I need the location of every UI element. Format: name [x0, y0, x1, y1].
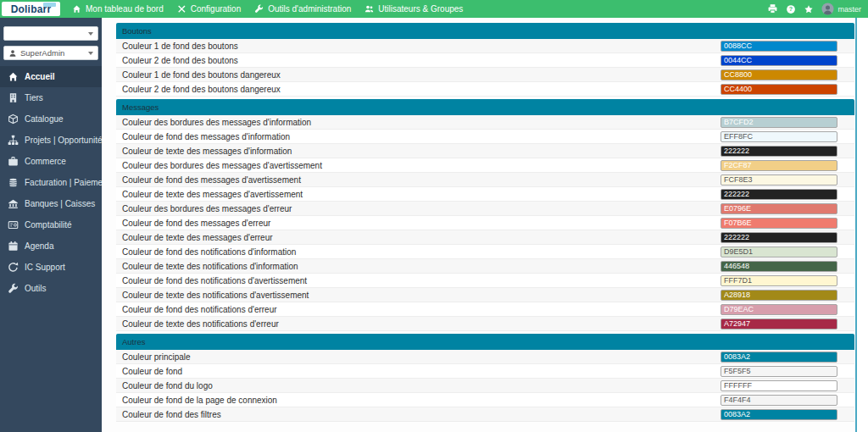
color-value-input[interactable] [721, 261, 837, 272]
calendar-icon [8, 241, 19, 252]
sidebar-item-agenda[interactable]: Agenda [0, 235, 102, 257]
color-value-input[interactable] [721, 189, 837, 200]
color-value-input[interactable] [721, 131, 837, 142]
setting-label: Couleur des bordures des messages d'erre… [116, 204, 721, 213]
user-menu[interactable]: master [821, 3, 861, 15]
wrench-icon [254, 4, 264, 14]
color-value-input[interactable] [721, 366, 837, 377]
sidebar-item-banques[interactable]: Banques | Caisses [0, 193, 102, 214]
color-value-input[interactable] [721, 41, 837, 52]
topmenu-configuration[interactable]: Configuration [177, 4, 241, 14]
setting-row: Couleur de fond des filtres [116, 407, 854, 422]
color-value-input[interactable] [721, 275, 837, 286]
home-icon [8, 71, 19, 82]
color-value-input[interactable] [721, 290, 837, 301]
sidebar-item-tiers[interactable]: Tiers [0, 87, 102, 108]
color-value-input[interactable] [721, 380, 837, 391]
setting-label: Couleur de texte des messages d'erreur [116, 233, 721, 242]
topmenu-dashboard[interactable]: Mon tableau de bord [72, 4, 164, 14]
setting-row: Couleur de fond du logo [116, 379, 854, 393]
sidebar-item-catalogue[interactable]: Catalogue [0, 108, 102, 130]
setting-label: Couleur de texte des notifications d'err… [116, 319, 721, 329]
printer-icon [767, 3, 778, 14]
sidebar-item-label: Projets | Opportunités [25, 136, 102, 145]
left-sidebar: SuperAdmin AccueilTiersCatalogueProjets … [0, 18, 102, 432]
sidebar-menu: AccueilTiersCatalogueProjets | Opportuni… [0, 66, 102, 299]
color-value-input[interactable] [721, 160, 837, 171]
caret-down-icon [88, 32, 93, 36]
setting-row: Couleur des bordures des messages d'erre… [116, 202, 854, 216]
theme-settings-table: BoutonsCouleur 1 de fond des boutonsCoul… [116, 23, 854, 424]
setting-label: Couleur principale [116, 352, 721, 362]
content-right-border [855, 18, 857, 432]
setting-row: Couleur de texte des notifications d'err… [116, 317, 854, 331]
sidebar-icon-wrap [7, 219, 19, 230]
color-value-input[interactable] [721, 203, 837, 214]
sidebar-item-accueil[interactable]: Accueil [0, 66, 102, 87]
sidebar-item-comptabilite[interactable]: Comptabilité [0, 214, 102, 235]
sidebar-item-label: Tiers [25, 93, 43, 102]
topmenu-label: Outils d'administration [268, 4, 351, 14]
color-value-input[interactable] [721, 174, 837, 186]
color-value-input[interactable] [721, 409, 837, 420]
user-select[interactable]: SuperAdmin [3, 46, 98, 60]
avatar-icon [821, 3, 834, 15]
dolibarr-theme-settings-page: Dolibarr Mon tableau de bordConfiguratio… [0, 0, 868, 432]
print-button[interactable] [767, 3, 778, 14]
wrench-icon [8, 283, 19, 294]
quick-search-select[interactable] [3, 26, 98, 41]
setting-row: Couleur de fond des notifications d'erre… [116, 302, 854, 317]
setting-label: Couleur de texte des notifications d'ave… [116, 291, 721, 300]
setting-row: Couleur 1 de fond des boutons [116, 39, 854, 53]
color-value-input[interactable] [721, 84, 837, 95]
color-value-input[interactable] [721, 395, 837, 406]
avatar [821, 3, 834, 15]
support-icon [8, 262, 19, 273]
setting-label: Couleur de fond des notifications d'erre… [116, 305, 721, 314]
setting-label: Couleur de fond des notifications d'aver… [116, 276, 721, 285]
sidebar-item-projets[interactable]: Projets | Opportunités [0, 130, 102, 151]
dolibarr-logo[interactable]: Dolibarr [2, 2, 60, 16]
sidebar-icon-wrap [7, 92, 19, 103]
color-value-input[interactable] [721, 232, 837, 243]
color-value-input[interactable] [721, 146, 837, 157]
scroll-gutter [857, 18, 868, 432]
sidebar-item-outils[interactable]: Outils [0, 278, 102, 299]
color-value-input[interactable] [721, 318, 837, 330]
color-value-input[interactable] [721, 55, 837, 66]
help-button[interactable]: ? [786, 4, 796, 14]
sidebar-item-commerce[interactable]: Commerce [0, 151, 102, 172]
setting-label: Couleur de texte des notifications d'inf… [116, 262, 721, 271]
color-value-input[interactable] [721, 304, 837, 315]
sidebar-item-facturation[interactable]: Facturation | Paiement [0, 172, 102, 193]
top-menu: Mon tableau de bordConfigurationOutils d… [72, 0, 463, 18]
setting-row: Couleur principale [116, 350, 854, 364]
color-value-input[interactable] [721, 246, 837, 258]
setting-row: Couleur de fond des notifications d'info… [116, 245, 854, 259]
username-label: master [837, 5, 861, 14]
topmenu-admin-tools[interactable]: Outils d'administration [254, 4, 351, 14]
setting-row: Couleur 2 de fond des boutons dangereux [116, 82, 854, 97]
sidebar-icon-wrap [7, 114, 19, 125]
sidebar-icon-wrap [7, 71, 19, 82]
sidebar-icon-wrap [7, 135, 19, 146]
color-value-input[interactable] [721, 352, 837, 363]
setting-label: Couleur de texte des messages d'informat… [116, 147, 721, 156]
section-title: Autres [116, 334, 854, 350]
sitemap-icon [8, 135, 19, 146]
color-value-input[interactable] [721, 117, 837, 128]
settings-section: MessagesCouleur des bordures des message… [116, 99, 854, 331]
setting-row: Couleur de texte des notifications d'ave… [116, 288, 854, 302]
topmenu-users-groups[interactable]: Utilisateurs & Groupes [364, 4, 463, 14]
sidebar-icon-wrap [7, 156, 19, 167]
section-title: Boutons [116, 23, 854, 39]
sidebar-item-label: Agenda [25, 241, 53, 251]
color-value-input[interactable] [721, 218, 837, 229]
setting-label: Couleur 2 de fond des boutons [116, 56, 721, 65]
sidebar-item-ic-support[interactable]: IC Support [0, 257, 102, 278]
star-icon [804, 4, 814, 14]
setting-row: Couleur des bordures des messages d'aver… [116, 158, 854, 173]
bank-icon [8, 198, 19, 209]
color-value-input[interactable] [721, 69, 837, 80]
bookmark-button[interactable] [804, 4, 814, 14]
